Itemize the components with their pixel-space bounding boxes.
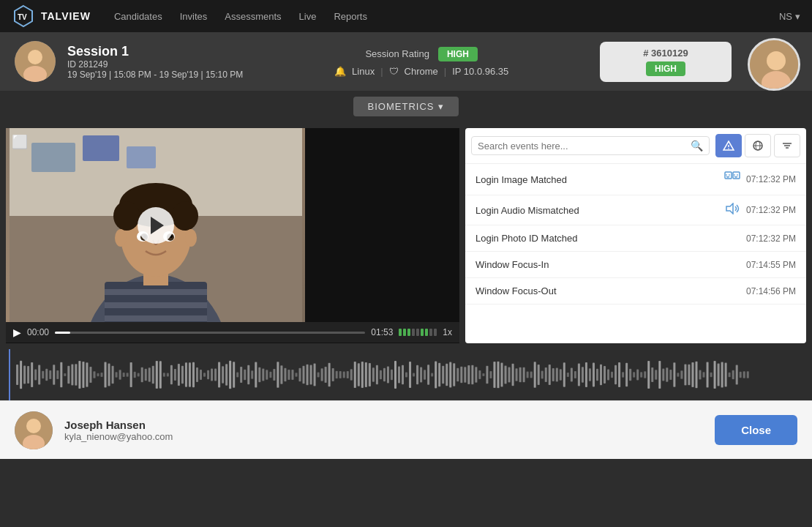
user-avatar-img bbox=[15, 411, 53, 449]
bottom-bar: Joseph Hansen kyla_nienow@yahoo.com Clos… bbox=[0, 400, 812, 459]
event-row[interactable]: Window Focus-Out 07:14:56 PM bbox=[465, 278, 806, 304]
session-browser: Chrome bbox=[405, 66, 438, 77]
svg-rect-40 bbox=[725, 172, 732, 179]
session-ip: IP 10.0.96.35 bbox=[452, 66, 508, 77]
svg-point-22 bbox=[172, 201, 198, 231]
session-id: ID 281249 bbox=[67, 59, 243, 70]
session-header: Session 1 ID 281249 19 Sep'19 | 15:08 PM… bbox=[0, 32, 812, 91]
event-row[interactable]: Login Audio Mismatched 07:12:32 PM bbox=[465, 195, 806, 225]
video-panel: ⬜ ▶ 00:00 01:53 1x bbox=[6, 128, 459, 343]
event-name: Login Photo ID Matched bbox=[475, 233, 740, 244]
rec-indicator: ⬜ bbox=[12, 134, 28, 150]
events-panel: 🔍 bbox=[465, 128, 806, 343]
browser-icon: 🛡 bbox=[389, 66, 399, 77]
event-time: 07:12:32 PM bbox=[746, 174, 796, 184]
candidate-photo bbox=[748, 38, 800, 91]
video-display: ⬜ bbox=[6, 128, 459, 322]
filter-buttons bbox=[715, 134, 800, 157]
event-name: Login Audio Mismatched bbox=[475, 205, 720, 216]
session-rating-badge: HIGH bbox=[438, 47, 478, 61]
filter-warning-button[interactable] bbox=[715, 134, 742, 157]
event-name: Window Focus-In bbox=[475, 259, 740, 270]
nav-links: Candidates Invites Assessments Live Repo… bbox=[114, 11, 779, 22]
session-number-badge: HIGH bbox=[646, 61, 685, 76]
event-time: 07:14:55 PM bbox=[746, 260, 796, 270]
session-title: Session 1 bbox=[67, 44, 243, 59]
svg-rect-43 bbox=[733, 172, 740, 179]
audio-bar-2 bbox=[403, 329, 406, 336]
event-row[interactable]: Login Image Matched 07:12:32 PM bbox=[465, 164, 806, 195]
separator2: | bbox=[444, 66, 446, 77]
audio-bar-6 bbox=[421, 329, 424, 336]
globe-icon bbox=[752, 140, 764, 152]
waveform-bar bbox=[0, 349, 812, 400]
nav-candidates[interactable]: Candidates bbox=[114, 11, 162, 22]
separator1: | bbox=[380, 66, 383, 77]
face-match-icon bbox=[724, 171, 740, 187]
svg-point-3 bbox=[28, 50, 42, 64]
nav-reports[interactable]: Reports bbox=[334, 11, 367, 22]
candidate-photo-img bbox=[750, 40, 800, 91]
main-content: ⬜ ▶ 00:00 01:53 1x bbox=[0, 122, 812, 349]
svg-rect-17 bbox=[105, 315, 207, 321]
search-box: 🔍 bbox=[471, 136, 710, 155]
video-progress-bar[interactable] bbox=[55, 332, 365, 334]
session-number: # 3610129 bbox=[643, 48, 688, 59]
avatar-image bbox=[15, 41, 56, 82]
video-play-icon[interactable]: ▶ bbox=[13, 326, 21, 338]
event-row[interactable]: Login Photo ID Matched 07:12:32 PM bbox=[465, 225, 806, 252]
nav-live[interactable]: Live bbox=[299, 11, 317, 22]
event-row[interactable]: Window Focus-In 07:14:55 PM bbox=[465, 252, 806, 278]
audio-level-indicator bbox=[399, 329, 437, 336]
close-button[interactable]: Close bbox=[715, 415, 797, 445]
nav-invites[interactable]: Invites bbox=[180, 11, 208, 22]
svg-rect-15 bbox=[105, 289, 207, 295]
event-name: Login Image Matched bbox=[475, 174, 718, 185]
svg-rect-11 bbox=[83, 135, 119, 161]
filter-icon bbox=[781, 140, 793, 152]
session-avatar bbox=[15, 41, 56, 82]
svg-point-33 bbox=[728, 148, 729, 149]
logo-text: TALVIEW bbox=[41, 10, 91, 22]
video-controls: ▶ 00:00 01:53 1x bbox=[6, 322, 459, 343]
user-name: Joseph Hansen bbox=[64, 419, 173, 431]
filter-list-button[interactable] bbox=[774, 134, 800, 157]
nav-user-initials: NS bbox=[779, 11, 792, 22]
svg-rect-12 bbox=[127, 146, 156, 168]
user-avatar bbox=[15, 411, 53, 449]
audio-mismatch-icon bbox=[726, 203, 740, 217]
audio-bar-4 bbox=[412, 329, 415, 336]
waveform-playhead bbox=[9, 349, 10, 400]
nav-assessments[interactable]: Assessments bbox=[225, 11, 281, 22]
session-rating-row: Session Rating HIGH bbox=[365, 47, 477, 61]
event-name: Window Focus-Out bbox=[475, 285, 740, 296]
logo-area: TV TALVIEW bbox=[12, 4, 91, 28]
filter-globe-button[interactable] bbox=[745, 134, 771, 157]
svg-rect-16 bbox=[105, 302, 207, 308]
nav-dropdown-icon[interactable]: ▾ bbox=[795, 11, 800, 22]
top-navigation: TV TALVIEW Candidates Invites Assessment… bbox=[0, 0, 812, 32]
warning-icon bbox=[723, 140, 734, 152]
biometrics-button[interactable]: BIOMETRICS ▾ bbox=[353, 97, 459, 116]
svg-point-30 bbox=[185, 229, 197, 247]
svg-point-48 bbox=[26, 419, 41, 433]
session-center: Session Rating HIGH 🔔 Linux | 🛡 Chrome |… bbox=[255, 47, 588, 77]
svg-text:TV: TV bbox=[18, 13, 27, 21]
search-input[interactable] bbox=[478, 141, 686, 152]
event-time: 07:12:32 PM bbox=[746, 233, 796, 244]
playback-speed[interactable]: 1x bbox=[443, 327, 452, 337]
waveform-canvas bbox=[6, 356, 806, 393]
audio-bar-9 bbox=[434, 329, 437, 336]
video-dark-area bbox=[305, 128, 459, 322]
session-os: Linux bbox=[352, 66, 375, 77]
nav-user: NS ▾ bbox=[779, 11, 800, 22]
event-time: 07:14:56 PM bbox=[746, 286, 796, 296]
video-progress-fill bbox=[55, 332, 70, 334]
svg-marker-46 bbox=[726, 203, 733, 214]
biometrics-label: BIOMETRICS bbox=[368, 101, 435, 112]
video-current-time: 00:00 bbox=[27, 327, 49, 337]
events-list: Login Image Matched 07:12:32 PM bbox=[465, 164, 806, 343]
audio-bar-3 bbox=[407, 329, 410, 336]
play-button[interactable] bbox=[138, 207, 174, 244]
session-date: 19 Sep'19 | 15:08 PM - 19 Sep'19 | 15:10… bbox=[67, 70, 243, 80]
